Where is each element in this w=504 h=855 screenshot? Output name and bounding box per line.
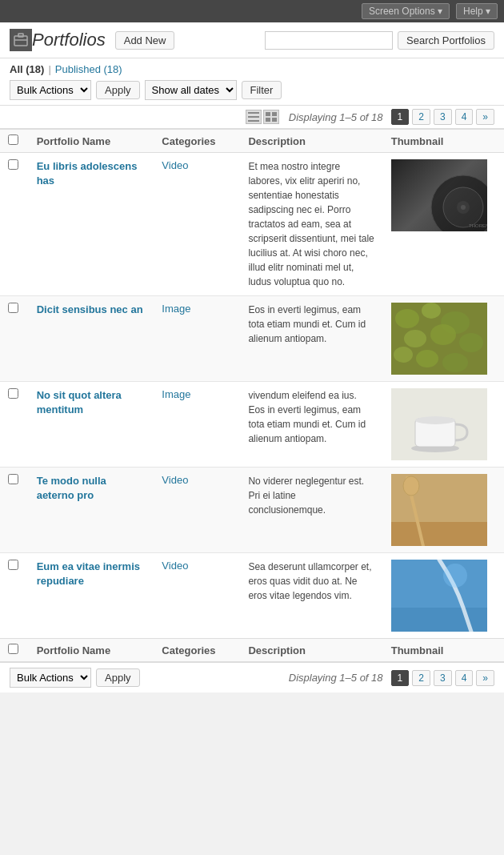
row-checkbox-2[interactable] bbox=[8, 303, 18, 313]
svg-point-29 bbox=[415, 416, 455, 424]
portfolios-table: Portfolio Name Categories Description Th… bbox=[0, 129, 504, 662]
tab-published[interactable]: Published (18) bbox=[55, 63, 122, 75]
bottom-bulk-actions-select[interactable]: Bulk Actions bbox=[10, 668, 91, 688]
filter-button[interactable]: Filter bbox=[242, 81, 282, 99]
view-icons bbox=[246, 110, 279, 124]
svg-point-33 bbox=[403, 476, 419, 496]
svg-point-36 bbox=[443, 564, 467, 588]
controls-row: Bulk Actions Apply Show all dates Filter bbox=[10, 80, 494, 100]
bulk-actions-select[interactable]: Bulk Actions bbox=[10, 80, 91, 100]
row-checkbox-1[interactable] bbox=[8, 159, 18, 170]
svg-rect-1 bbox=[18, 34, 23, 37]
page-title: Portfolios bbox=[32, 30, 106, 50]
tab-all[interactable]: All (18) bbox=[10, 63, 44, 75]
category-link[interactable]: Video bbox=[162, 159, 188, 171]
col-header-description: Description bbox=[240, 130, 382, 153]
svg-rect-4 bbox=[248, 116, 259, 118]
description-text: Et mea nostro integre labores, vix elitr… bbox=[248, 161, 374, 287]
apply-button[interactable]: Apply bbox=[96, 81, 140, 99]
table-row: Eum ea vitae inermis repudiareVideoSea d… bbox=[0, 553, 504, 639]
svg-rect-6 bbox=[266, 112, 270, 116]
footer-col-name: Portfolio Name bbox=[29, 639, 154, 662]
select-all-header bbox=[0, 130, 29, 153]
bottom-page-1-button[interactable]: 1 bbox=[391, 670, 410, 686]
search-input[interactable] bbox=[265, 31, 393, 50]
filter-bar: All (18) | Published (18) Bulk Actions A… bbox=[0, 58, 504, 106]
svg-rect-3 bbox=[248, 112, 259, 114]
bottom-page-2-button[interactable]: 2 bbox=[412, 670, 430, 686]
page-4-button[interactable]: 4 bbox=[455, 109, 474, 125]
svg-rect-7 bbox=[272, 112, 277, 116]
footer-col-description: Description bbox=[240, 639, 382, 662]
category-link[interactable]: Video bbox=[162, 474, 188, 486]
col-header-categories: Categories bbox=[154, 130, 240, 153]
select-all-checkbox[interactable] bbox=[8, 134, 18, 145]
search-area: Search Portfolios bbox=[265, 31, 494, 50]
bottom-page-4-button[interactable]: 4 bbox=[455, 670, 474, 686]
page-2-button[interactable]: 2 bbox=[412, 109, 430, 125]
top-pagination-row: Displaying 1–5 of 18 1 2 3 4 » bbox=[0, 106, 504, 129]
portfolio-name-link[interactable]: Eu libris adolescens has bbox=[37, 160, 138, 187]
row-checkbox-4[interactable] bbox=[8, 474, 18, 484]
bottom-page-3-button[interactable]: 3 bbox=[434, 670, 452, 686]
bottom-display-info: Displaying 1–5 of 18 bbox=[289, 672, 383, 684]
select-all-footer bbox=[0, 639, 29, 662]
row-checkbox-3[interactable] bbox=[8, 388, 18, 399]
add-new-button[interactable]: Add New bbox=[115, 31, 175, 50]
thumbnail-image bbox=[391, 303, 487, 375]
table-row: Dicit sensibus nec anImageEos in everti … bbox=[0, 296, 504, 382]
svg-point-13 bbox=[461, 205, 466, 210]
portfolio-name-link[interactable]: Te modo nulla aeterno pro bbox=[37, 475, 106, 501]
row-checkbox-5[interactable] bbox=[8, 560, 18, 570]
display-info: Displaying 1–5 of 18 bbox=[289, 111, 383, 123]
select-all-footer-checkbox[interactable] bbox=[8, 644, 18, 654]
description-text: Eos in everti legimus, eam tota etiam mu… bbox=[248, 304, 366, 344]
description-text: vivendum eleifend ea ius. Eos in everti … bbox=[248, 390, 366, 444]
bottom-page-next-button[interactable]: » bbox=[476, 670, 494, 686]
svg-rect-25 bbox=[391, 303, 487, 375]
description-text: No viderer neglegentur est. Pri ei latin… bbox=[248, 476, 364, 516]
svg-text:THORENS: THORENS bbox=[469, 223, 487, 228]
category-link[interactable]: Video bbox=[162, 560, 188, 572]
svg-rect-35 bbox=[391, 608, 487, 632]
grid-view-icon[interactable] bbox=[263, 110, 279, 124]
thumbnail-image bbox=[391, 560, 487, 632]
thumbnail-image bbox=[391, 474, 487, 546]
thumbnail-image bbox=[391, 388, 487, 460]
svg-rect-0 bbox=[14, 36, 27, 46]
page-next-button[interactable]: » bbox=[476, 109, 494, 125]
tabs: All (18) | Published (18) bbox=[10, 63, 494, 75]
svg-rect-9 bbox=[272, 118, 277, 122]
bottom-bar: Bulk Actions Apply Displaying 1–5 of 18 … bbox=[0, 662, 504, 692]
svg-rect-8 bbox=[266, 118, 270, 122]
screen-options-button[interactable]: Screen Options ▾ bbox=[362, 3, 450, 19]
col-header-thumbnail: Thumbnail bbox=[383, 130, 504, 153]
bottom-apply-button[interactable]: Apply bbox=[96, 668, 140, 687]
search-portfolios-button[interactable]: Search Portfolios bbox=[398, 31, 494, 50]
table-row: Eu libris adolescens hasVideoEt mea nost… bbox=[0, 153, 504, 296]
table-row: No sit quot altera mentitumImagevivendum… bbox=[0, 382, 504, 468]
category-link[interactable]: Image bbox=[162, 303, 190, 315]
description-text: Sea deserunt ullamcorper et, eros quas v… bbox=[248, 561, 371, 601]
date-filter-select[interactable]: Show all dates bbox=[145, 80, 237, 100]
portfolio-icon bbox=[10, 29, 32, 51]
portfolio-name-link[interactable]: Dicit sensibus nec an bbox=[37, 303, 143, 315]
thumbnail-image: THORENS bbox=[391, 159, 487, 231]
col-header-name: Portfolio Name bbox=[29, 130, 154, 153]
list-view-icon[interactable] bbox=[246, 110, 262, 124]
portfolio-name-link[interactable]: Eum ea vitae inermis repudiare bbox=[37, 560, 140, 587]
bottom-pagination: Displaying 1–5 of 18 1 2 3 4 » bbox=[289, 670, 494, 686]
svg-rect-5 bbox=[248, 120, 259, 122]
page-header: Portfolios Add New Search Portfolios bbox=[0, 22, 504, 58]
help-button[interactable]: Help ▾ bbox=[456, 3, 498, 19]
top-bar: Screen Options ▾ Help ▾ bbox=[0, 0, 504, 22]
footer-col-categories: Categories bbox=[154, 639, 240, 662]
page-1-button[interactable]: 1 bbox=[391, 109, 410, 125]
svg-rect-31 bbox=[391, 522, 487, 546]
table-row: Te modo nulla aeterno proVideoNo viderer… bbox=[0, 468, 504, 553]
footer-col-thumbnail: Thumbnail bbox=[383, 639, 504, 662]
category-link[interactable]: Image bbox=[162, 388, 190, 400]
page-3-button[interactable]: 3 bbox=[434, 109, 452, 125]
portfolio-name-link[interactable]: No sit quot altera mentitum bbox=[37, 389, 122, 415]
